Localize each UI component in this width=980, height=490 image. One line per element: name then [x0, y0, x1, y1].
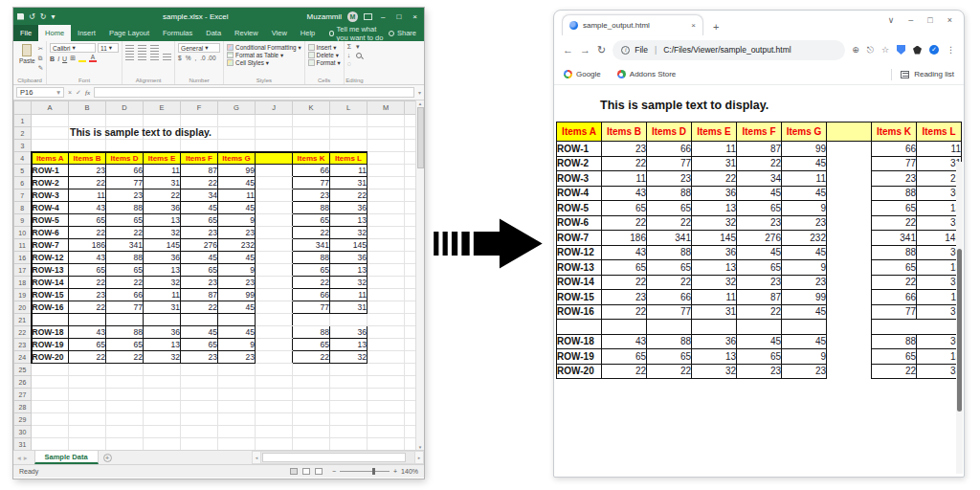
grid-cell[interactable]: ROW-12 — [32, 252, 69, 264]
ribbon-tab-review[interactable]: Review — [228, 25, 265, 41]
grid-cell[interactable] — [405, 376, 416, 389]
wrap-text-icon[interactable] — [150, 54, 159, 60]
undo-icon[interactable]: ↺ — [29, 12, 35, 21]
row-header-1[interactable]: 1 — [14, 115, 32, 127]
grid-cell[interactable] — [69, 376, 106, 389]
grid-cell[interactable] — [69, 140, 106, 152]
insert-cells-button[interactable]: Insert▾ — [308, 44, 341, 51]
grid-cell[interactable] — [32, 426, 69, 438]
grid-cell[interactable] — [405, 227, 416, 239]
grid-cell[interactable]: 22 — [69, 227, 106, 239]
grid-cell[interactable] — [218, 426, 256, 438]
grid-cell[interactable]: 31 — [144, 301, 181, 314]
grid-cell[interactable]: 65 — [106, 264, 144, 277]
grid-cell[interactable] — [368, 326, 405, 339]
grid-cell[interactable] — [368, 438, 405, 451]
grid-cell[interactable]: 45 — [218, 252, 256, 264]
column-header-K[interactable]: K — [293, 101, 330, 115]
grid-cell[interactable]: 22 — [144, 189, 181, 202]
grid-cell[interactable] — [32, 364, 69, 376]
zoom-page-icon[interactable]: ⊕ — [852, 45, 859, 55]
extension-pin-icon[interactable] — [913, 46, 922, 55]
grid-cell[interactable]: 36 — [144, 202, 181, 214]
grid-cell[interactable] — [32, 314, 69, 326]
grid-cell[interactable] — [368, 115, 405, 127]
fill-icon[interactable]: ↓ — [347, 52, 351, 58]
ribbon-tab-home[interactable]: Home — [38, 25, 71, 41]
font-size-select[interactable]: 11▾ — [98, 43, 119, 53]
grid-cell[interactable]: 22 — [106, 351, 144, 364]
column-header-J[interactable]: J — [256, 101, 293, 115]
grid-cell[interactable]: ROW-4 — [32, 202, 69, 214]
grid-cell[interactable] — [330, 401, 368, 413]
grid-cell[interactable] — [405, 177, 416, 189]
grid-cell[interactable] — [293, 401, 330, 413]
grid-cell[interactable]: 32 — [144, 277, 181, 289]
grid-cell[interactable]: 11 — [330, 165, 368, 177]
row-header-16[interactable]: 16 — [14, 252, 32, 264]
cancel-entry-icon[interactable]: × — [68, 89, 72, 96]
share-button[interactable]: Share — [389, 25, 424, 41]
grid-cell[interactable] — [218, 140, 256, 152]
grid-cell[interactable]: 23 — [181, 227, 218, 239]
browser-minimize-button[interactable]: – — [908, 15, 913, 25]
grid-cell[interactable] — [218, 438, 256, 451]
hscroll-left-icon[interactable]: ◂ — [252, 451, 261, 464]
row-header-2[interactable]: 2 — [14, 127, 32, 140]
grid-cell[interactable]: 32 — [144, 227, 181, 239]
browser-scrollbar[interactable] — [956, 162, 963, 474]
grid-cell[interactable] — [69, 401, 106, 413]
grid-cell[interactable]: 341 — [293, 239, 330, 252]
column-header-B[interactable]: B — [69, 101, 106, 115]
grid-cell[interactable] — [256, 289, 293, 301]
column-header-G[interactable]: G — [218, 101, 256, 115]
grid-cell[interactable] — [69, 438, 106, 451]
page-info-icon[interactable]: i — [621, 46, 630, 55]
grid-cell[interactable]: 11 — [144, 289, 181, 301]
grid-cell[interactable] — [368, 376, 405, 389]
grid-cell[interactable]: 22 — [293, 351, 330, 364]
grid-cell[interactable] — [368, 239, 405, 252]
grid-cell[interactable]: ROW-5 — [32, 214, 69, 227]
grid-cell[interactable] — [405, 140, 416, 152]
reading-list-button[interactable]: Reading list — [891, 69, 954, 80]
grid-cell[interactable] — [368, 426, 405, 438]
row-header-5[interactable]: 5 — [14, 165, 32, 177]
grid-cell[interactable] — [256, 127, 293, 140]
grid-cell[interactable] — [405, 351, 416, 364]
grid-cell[interactable] — [405, 165, 416, 177]
ribbon-tab-insert[interactable]: Insert — [71, 25, 102, 41]
column-header-M[interactable]: M — [368, 101, 405, 115]
grid-cell[interactable] — [293, 413, 330, 426]
grid-cell[interactable] — [256, 227, 293, 239]
grid-cell[interactable]: ROW-18 — [32, 326, 69, 339]
back-icon[interactable]: ← — [563, 44, 573, 56]
grid-cell[interactable]: 186 — [69, 239, 106, 252]
vertical-scrollbar[interactable]: ▴ ▾ — [415, 100, 424, 450]
hscroll-right-icon[interactable]: ▸ — [414, 451, 424, 464]
reload-icon[interactable]: ↻ — [597, 44, 606, 56]
grid-cell[interactable]: 88 — [106, 202, 144, 214]
row-header-11[interactable]: 11 — [14, 239, 32, 252]
grid-cell[interactable]: 36 — [330, 202, 368, 214]
grid-cell[interactable]: 22 — [106, 227, 144, 239]
grid-cell[interactable]: Items A — [32, 152, 69, 165]
grid-cell[interactable]: 23 — [106, 189, 144, 202]
grid-cell[interactable]: 36 — [144, 326, 181, 339]
grid-cell[interactable] — [256, 252, 293, 264]
align-center-icon[interactable] — [138, 54, 146, 60]
grid-cell[interactable]: 88 — [106, 252, 144, 264]
grid-cell[interactable]: 23 — [218, 277, 256, 289]
grid-cell[interactable]: 32 — [144, 351, 181, 364]
grid-cell[interactable] — [330, 115, 368, 127]
grid-cell[interactable] — [405, 252, 416, 264]
grid-cell[interactable]: ROW-13 — [32, 264, 69, 277]
ribbon-tab-page-layout[interactable]: Page Layout — [102, 25, 156, 41]
cut-icon[interactable]: ✂ — [38, 45, 43, 53]
grid-cell[interactable]: 11 — [144, 165, 181, 177]
grid-cell[interactable]: 341 — [106, 239, 144, 252]
bookmark-addons-store[interactable]: Addons Store — [617, 70, 676, 78]
grid-cell[interactable] — [181, 413, 218, 426]
grid-cell[interactable]: 22 — [293, 277, 330, 289]
decimal-icons[interactable]: .0 .00 — [200, 55, 215, 61]
